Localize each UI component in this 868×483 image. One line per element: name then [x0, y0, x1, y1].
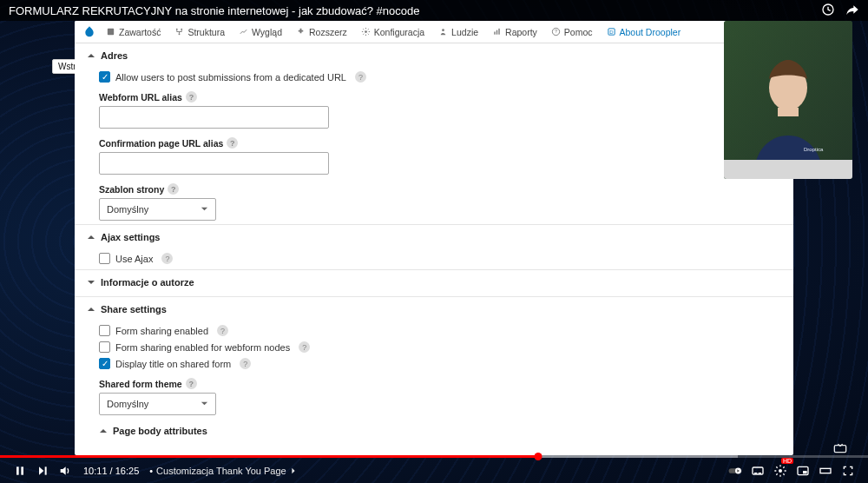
svg-rect-28 — [803, 471, 807, 473]
toolbar-item-struktura[interactable]: Struktura — [168, 21, 232, 43]
fullscreen-button[interactable] — [837, 460, 859, 482]
toolbar-item-rozszerz[interactable]: Rozszerz — [289, 21, 354, 43]
chapter-link[interactable]: Customizacja Thank You Page — [156, 466, 297, 476]
section-title: Page body attributes — [113, 426, 207, 436]
svg-rect-8 — [496, 30, 497, 35]
section-head-page-body-attributes[interactable]: Page body attributes — [99, 415, 778, 441]
field-label-text: Szablon strony — [99, 184, 164, 195]
browser-content: Zawartość Struktura Wygląd Rozszerz Konf… — [75, 21, 793, 455]
toolbar-label: Ludzie — [451, 27, 478, 37]
svg-text:?: ? — [555, 29, 557, 34]
autoplay-toggle[interactable] — [724, 460, 746, 482]
help-icon[interactable]: ? — [227, 137, 238, 149]
chevron-up-icon — [87, 305, 95, 314]
checkbox-label: Display title on shared form — [115, 359, 231, 369]
checkbox-sharing-enabled[interactable] — [99, 325, 110, 336]
current-time: 10:11 — [83, 466, 108, 476]
field-label-text: Confirmation page URL alias — [99, 138, 223, 149]
svg-point-5 — [365, 30, 367, 33]
next-button[interactable] — [31, 460, 54, 482]
settings-button[interactable]: HD — [769, 460, 792, 482]
section-head-author[interactable]: Informacje o autorze — [87, 270, 778, 293]
toolbar-label: Rozszerz — [309, 27, 347, 37]
captions-button[interactable] — [746, 460, 769, 482]
chevron-up-icon — [99, 427, 108, 435]
checkbox-display-title[interactable] — [99, 358, 110, 369]
hd-badge: HD — [781, 458, 793, 464]
section-head-share[interactable]: Share settings — [87, 297, 778, 320]
label-confirmation-url-alias: Confirmation page URL alias ? — [99, 137, 778, 149]
toolbar-label: Struktura — [187, 27, 225, 37]
watch-later-icon[interactable] — [821, 3, 835, 19]
help-icon[interactable]: ? — [355, 71, 366, 83]
admin-toolbar: Zawartość Struktura Wygląd Rozszerz Konf… — [75, 21, 793, 43]
help-icon[interactable]: ? — [186, 378, 197, 389]
checkbox-allow-post[interactable] — [99, 71, 110, 83]
toolbar-item-pomoc[interactable]: ? Pomoc — [544, 21, 600, 43]
toolbar-label: Pomoc — [564, 27, 593, 37]
toolbar-item-about-droopler[interactable]: D About Droopler — [600, 21, 688, 43]
chevron-up-icon — [87, 233, 95, 242]
section-head-ajax[interactable]: Ajax settings — [87, 225, 778, 248]
chapter-title: Customizacja Thank You Page — [156, 466, 286, 476]
svg-point-3 — [181, 29, 183, 30]
toolbar-item-raporty[interactable]: Raporty — [485, 21, 544, 43]
player-controls: 10:11 / 16:25 • Customizacja Thank You P… — [0, 458, 868, 483]
drupal-logo-icon[interactable] — [80, 23, 99, 42]
presenter-webcam: Droptica — [724, 21, 852, 179]
checkbox-sharing-nodes[interactable] — [99, 341, 110, 353]
help-icon[interactable]: ? — [240, 358, 251, 369]
svg-rect-23 — [753, 467, 763, 474]
checkbox-label: Form sharing enabled for webform nodes — [115, 342, 290, 353]
pause-button[interactable] — [9, 460, 31, 482]
svg-point-4 — [179, 33, 181, 35]
toolbar-label: Wygląd — [252, 27, 282, 37]
chevron-down-icon — [201, 204, 208, 215]
help-icon[interactable]: ? — [168, 183, 179, 195]
video-title: FORMULARZ REKRUTACYJNY na stronie intern… — [9, 4, 811, 17]
chevron-down-icon — [87, 278, 95, 287]
select-szablon-strony[interactable]: Domyślny — [99, 198, 216, 221]
share-icon[interactable] — [845, 3, 859, 19]
svg-point-26 — [779, 469, 782, 473]
toolbar-label: About Droopler — [620, 27, 681, 37]
tv-icon — [833, 441, 847, 452]
field-label-text: Webform URL alias — [99, 92, 182, 103]
svg-rect-18 — [16, 466, 19, 474]
chevron-right-icon — [290, 467, 297, 474]
help-icon[interactable]: ? — [186, 91, 197, 103]
miniplayer-button[interactable] — [792, 460, 814, 482]
toolbar-item-konfiguracja[interactable]: Konfiguracja — [354, 21, 431, 43]
help-icon[interactable]: ? — [161, 253, 173, 264]
checkbox-use-ajax[interactable] — [99, 253, 110, 264]
toolbar-item-zawartosc[interactable]: Zawartość — [99, 21, 168, 43]
svg-text:D: D — [609, 30, 613, 35]
checkbox-label: Use Ajax — [115, 254, 153, 264]
chevron-down-icon — [201, 399, 208, 409]
svg-rect-9 — [498, 29, 499, 35]
toolbar-item-ludzie[interactable]: Ludzie — [431, 21, 485, 43]
svg-rect-29 — [820, 468, 831, 473]
svg-point-6 — [442, 29, 444, 31]
theater-button[interactable] — [814, 460, 837, 482]
select-shared-form-theme[interactable]: Domyślny — [99, 393, 216, 415]
volume-button[interactable] — [54, 460, 76, 482]
input-webform-url-alias[interactable] — [99, 106, 329, 129]
section-title: Share settings — [101, 304, 167, 314]
svg-rect-25 — [759, 473, 761, 473]
svg-rect-15 — [778, 108, 799, 116]
help-icon[interactable]: ? — [217, 325, 228, 336]
section-head-adres[interactable]: Adres — [87, 43, 778, 66]
help-icon[interactable]: ? — [299, 341, 310, 353]
toolbar-item-wyglad[interactable]: Wygląd — [232, 21, 289, 43]
svg-rect-20 — [45, 466, 47, 474]
toolbar-label: Konfiguracja — [374, 27, 424, 37]
checkbox-label: Form sharing enabled — [115, 326, 208, 336]
svg-rect-24 — [754, 473, 757, 473]
toolbar-label: Zawartość — [119, 27, 161, 37]
input-confirmation-url-alias[interactable] — [99, 152, 329, 175]
video-title-overlay: FORMULARZ REKRUTACYJNY na stronie intern… — [0, 0, 868, 21]
svg-rect-7 — [494, 32, 495, 35]
section-title: Adres — [101, 50, 128, 61]
svg-text:Droptica: Droptica — [804, 147, 824, 152]
